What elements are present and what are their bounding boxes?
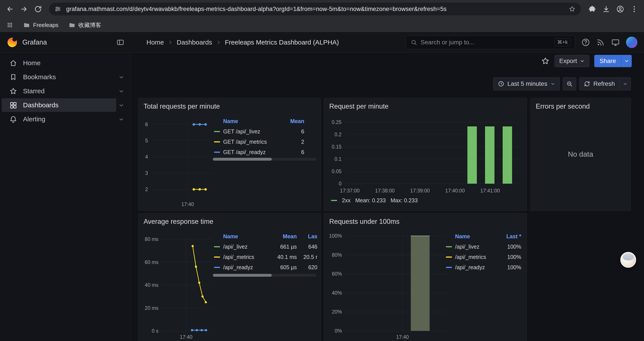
legend-header-name[interactable]: Name bbox=[223, 118, 281, 124]
panel-title[interactable]: Request per minute bbox=[329, 103, 389, 110]
breadcrumb: Home Dashboards Freeleaps Metrics Dashbo… bbox=[131, 39, 406, 46]
svg-text:17:40: 17:40 bbox=[180, 334, 192, 340]
legend-row[interactable]: /api/_metrics 100% bbox=[446, 252, 521, 262]
sidebar-nav: Home Bookmarks Starred bbox=[0, 53, 131, 341]
folder-icon bbox=[23, 22, 30, 29]
legend-row[interactable]: GET /api/_metrics 2 bbox=[214, 137, 304, 147]
apps-grid-icon[interactable] bbox=[6, 22, 13, 28]
legend-header-mean[interactable]: Mean bbox=[271, 233, 297, 240]
news-rss-icon[interactable] bbox=[596, 38, 605, 47]
sidebar-item-dashboards[interactable]: Dashboards bbox=[2, 98, 126, 112]
panel-title[interactable]: Total requests per minute bbox=[144, 103, 220, 110]
svg-text:20%: 20% bbox=[332, 309, 342, 315]
legend-header-name[interactable]: Name bbox=[455, 233, 498, 240]
share-dropdown-button[interactable] bbox=[621, 55, 632, 67]
legend-row[interactable]: /api/_metrics 40.1 ms 20.5 r bbox=[214, 252, 318, 262]
legend-row[interactable]: /api/_livez 661 µs 646 bbox=[214, 242, 318, 252]
scrollbar-thumb[interactable] bbox=[213, 158, 272, 161]
svg-text:17:40: 17:40 bbox=[396, 334, 409, 340]
site-settings-icon[interactable] bbox=[54, 6, 62, 13]
refresh-button[interactable]: Refresh bbox=[579, 77, 620, 90]
svg-text:80%: 80% bbox=[332, 252, 342, 258]
sidebar-item-label: Alerting bbox=[23, 115, 45, 123]
back-button[interactable] bbox=[4, 3, 16, 15]
sidebar-item-label: Bookmarks bbox=[23, 73, 56, 81]
series-swatch bbox=[446, 267, 452, 268]
main-content: Export Share Last 5 minutes bbox=[131, 53, 644, 341]
display-icon[interactable] bbox=[611, 38, 620, 47]
svg-text:0.1: 0.1 bbox=[334, 156, 342, 162]
legend-row[interactable]: /api/_readyz 100% bbox=[446, 262, 521, 272]
grafana-logo[interactable] bbox=[6, 37, 18, 48]
user-avatar[interactable] bbox=[626, 37, 638, 48]
svg-text:17:38:00: 17:38:00 bbox=[375, 188, 395, 194]
chevron-down-icon[interactable] bbox=[118, 116, 124, 122]
forward-button[interactable] bbox=[18, 3, 30, 15]
legend-row[interactable]: /api/_readyz 605 µs 620 bbox=[214, 262, 318, 272]
legend-row[interactable]: /api/_livez 100% bbox=[446, 242, 521, 252]
favorite-dashboard-star-icon[interactable] bbox=[541, 57, 550, 65]
reload-button[interactable] bbox=[32, 3, 44, 15]
svg-text:0: 0 bbox=[339, 181, 342, 187]
profile-button[interactable] bbox=[614, 3, 626, 15]
floating-assistant-avatar[interactable] bbox=[620, 252, 636, 268]
panel-title[interactable]: Requests under 100ms bbox=[329, 218, 400, 226]
time-range-picker[interactable]: Last 5 minutes bbox=[493, 77, 560, 90]
bookmark-folder-blogs[interactable]: 收藏博客 bbox=[68, 21, 101, 29]
sidebar-toggle-icon[interactable] bbox=[116, 38, 124, 47]
sidebar-item-starred[interactable]: Starred bbox=[2, 84, 126, 98]
help-icon[interactable] bbox=[581, 38, 590, 47]
svg-text:17:39:00: 17:39:00 bbox=[410, 188, 430, 194]
share-split-button: Share bbox=[594, 55, 632, 67]
zoom-out-button[interactable] bbox=[563, 77, 576, 90]
legend-header-last[interactable]: Las bbox=[300, 233, 318, 240]
chevron-down-icon[interactable] bbox=[118, 74, 124, 80]
svg-text:6: 6 bbox=[145, 122, 148, 127]
total-requests-chart[interactable]: 6543217:40 bbox=[138, 116, 215, 211]
svg-text:60 ms: 60 ms bbox=[145, 259, 158, 265]
browser-menu-button[interactable] bbox=[628, 3, 640, 15]
chevron-down-icon[interactable] bbox=[118, 102, 124, 108]
grafana-app: Grafana Home Dashboards Freeleaps Metric… bbox=[0, 32, 644, 341]
search-box[interactable]: ⌘+k bbox=[406, 36, 575, 49]
refresh-interval-dropdown[interactable] bbox=[620, 77, 631, 90]
sidebar-item-alerting[interactable]: Alerting bbox=[2, 112, 126, 126]
legend-inline[interactable]: 2xx Mean: 0.233 Max: 0.233 bbox=[331, 197, 418, 204]
sidebar-item-home[interactable]: Home bbox=[2, 56, 126, 70]
bookmark-star-icon[interactable] bbox=[568, 6, 576, 13]
share-button[interactable]: Share bbox=[594, 55, 621, 67]
series-swatch bbox=[446, 256, 452, 258]
legend-header-mean[interactable]: Mean bbox=[284, 118, 304, 124]
response-time-chart[interactable]: 80 ms60 ms40 ms20 ms0 s17:40 bbox=[138, 231, 215, 340]
bookmark-folder-freeleaps[interactable]: Freeleaps bbox=[23, 22, 58, 29]
breadcrumb-home[interactable]: Home bbox=[146, 39, 164, 46]
dashboard-toolbar: Last 5 minutes Refresh bbox=[493, 77, 631, 90]
search-input[interactable] bbox=[421, 39, 551, 46]
scrollbar-thumb[interactable] bbox=[213, 274, 272, 277]
series-swatch bbox=[331, 200, 337, 201]
legend-header-name[interactable]: Name bbox=[223, 233, 268, 240]
legend-header-last[interactable]: Last * bbox=[501, 233, 521, 240]
url-text[interactable]: grafana.mathmast.com/d/deytv4rwavabkb/fr… bbox=[66, 6, 564, 13]
export-button[interactable]: Export bbox=[554, 55, 590, 67]
series-swatch bbox=[446, 246, 452, 247]
chevron-down-icon[interactable] bbox=[118, 88, 124, 94]
browser-toolbar: grafana.mathmast.com/d/deytv4rwavabkb/fr… bbox=[0, 0, 644, 18]
bell-icon bbox=[9, 115, 17, 123]
request-rate-chart[interactable]: 0.250.20.150.10.05017:37:0017:38:0017:39… bbox=[324, 116, 526, 208]
downloads-button[interactable] bbox=[600, 3, 612, 15]
legend-scrollbar[interactable] bbox=[213, 158, 316, 161]
legend-scrollbar[interactable] bbox=[213, 274, 316, 277]
url-bar[interactable]: grafana.mathmast.com/d/deytv4rwavabkb/fr… bbox=[49, 3, 581, 15]
series-swatch bbox=[214, 246, 220, 247]
under-100ms-chart[interactable]: 100%80%60%40%20%0%17:40 bbox=[324, 231, 449, 340]
topnav-right: ⌘+k bbox=[406, 36, 644, 49]
panel-title[interactable]: Average response time bbox=[144, 218, 213, 226]
legend-row[interactable]: GET /api/_readyz 6 bbox=[214, 147, 304, 157]
legend-row[interactable]: GET /api/_livez 6 bbox=[214, 126, 304, 137]
breadcrumb-dashboards[interactable]: Dashboards bbox=[177, 39, 212, 46]
extensions-button[interactable] bbox=[586, 3, 598, 15]
browser-chrome: grafana.mathmast.com/d/deytv4rwavabkb/fr… bbox=[0, 0, 644, 32]
panel-errors-per-second: Errors per second No data bbox=[530, 98, 631, 211]
sidebar-item-bookmarks[interactable]: Bookmarks bbox=[2, 70, 126, 84]
